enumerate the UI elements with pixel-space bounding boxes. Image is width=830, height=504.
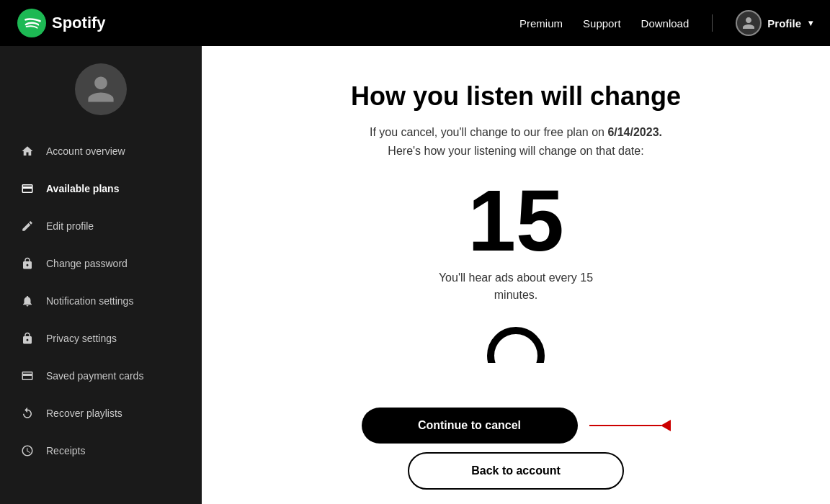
card-icon (20, 181, 35, 196)
profile-label: Profile (767, 17, 801, 30)
big-number: 15 (468, 177, 563, 264)
bell-icon (20, 294, 35, 308)
sidebar-item-notification-settings[interactable]: Notification settings (0, 282, 202, 320)
subtitle-part1: If you cancel, you'll change to our free… (370, 126, 607, 138)
sidebar-label-change-password: Change password (46, 258, 128, 269)
sidebar-item-recover-playlists[interactable]: Recover playlists (0, 395, 202, 432)
chevron-down-icon: ▾ (808, 18, 813, 28)
avatar-icon (85, 73, 117, 105)
buttons-area: Continue to cancel Back to account (202, 393, 830, 504)
continue-to-cancel-button[interactable]: Continue to cancel (362, 408, 578, 444)
sidebar-label-privacy-settings: Privacy settings (46, 333, 117, 344)
sidebar-label-notification-settings: Notification settings (46, 295, 133, 307)
sidebar-item-edit-profile[interactable]: Edit profile (0, 207, 202, 245)
recover-icon (20, 406, 35, 420)
clock-icon (20, 444, 35, 458)
sidebar-label-available-plans: Available plans (46, 183, 119, 194)
spotify-wordmark: Spotify (52, 14, 106, 32)
profile-avatar (736, 10, 762, 36)
lock-icon (20, 256, 35, 271)
sidebar-label-edit-profile: Edit profile (46, 220, 94, 232)
back-to-account-button[interactable]: Back to account (408, 452, 624, 490)
sidebar-label-receipts: Receipts (46, 445, 85, 456)
sidebar-item-receipts[interactable]: Receipts (0, 432, 202, 469)
subtitle-part2: Here's how your listening will change on… (388, 145, 643, 157)
navbar-divider (712, 14, 713, 32)
arrow-head (661, 420, 671, 431)
arrow-indicator (589, 420, 671, 431)
payment-card-icon (20, 369, 35, 383)
big-number-desc: You'll hear ads about every 15minutes. (439, 269, 593, 304)
arrow-line (589, 425, 661, 426)
spotify-logo-icon (17, 9, 46, 37)
navbar-links: Premium Support Download Profile ▾ (519, 10, 813, 36)
sidebar-nav: Account overview Available plans Edit pr… (0, 132, 202, 469)
content-subtitle: If you cancel, you'll change to our free… (370, 123, 662, 160)
sidebar-label-recover-playlists: Recover playlists (46, 408, 122, 419)
sidebar-item-available-plans[interactable]: Available plans (0, 170, 202, 207)
navbar: Spotify Premium Support Download Profile… (0, 0, 830, 46)
main-content: Account overview Available plans Edit pr… (0, 46, 830, 504)
privacy-lock-icon (20, 331, 35, 346)
sidebar-item-account-overview[interactable]: Account overview (0, 132, 202, 170)
sidebar-item-saved-payment-cards[interactable]: Saved payment cards (0, 357, 202, 395)
user-icon (741, 16, 756, 30)
nav-download[interactable]: Download (641, 17, 690, 30)
partial-circle-wrapper (487, 327, 545, 363)
spotify-logo[interactable]: Spotify (17, 9, 106, 37)
pen-icon (20, 219, 35, 233)
page-title: How you listen will change (351, 81, 681, 112)
sidebar: Account overview Available plans Edit pr… (0, 46, 202, 504)
sidebar-label-account-overview: Account overview (46, 145, 125, 157)
partial-circle (487, 327, 545, 363)
nav-support[interactable]: Support (583, 17, 621, 30)
sidebar-avatar (75, 63, 127, 115)
home-icon (20, 144, 35, 158)
sidebar-item-change-password[interactable]: Change password (0, 245, 202, 282)
content-area: How you listen will change If you cancel… (202, 46, 830, 504)
nav-premium[interactable]: Premium (519, 17, 563, 30)
subtitle-date: 6/14/2023. (607, 126, 662, 138)
sidebar-label-saved-payment-cards: Saved payment cards (46, 370, 143, 382)
sidebar-item-privacy-settings[interactable]: Privacy settings (0, 320, 202, 357)
profile-menu[interactable]: Profile ▾ (736, 10, 813, 36)
continue-cancel-wrapper: Continue to cancel (231, 408, 801, 444)
